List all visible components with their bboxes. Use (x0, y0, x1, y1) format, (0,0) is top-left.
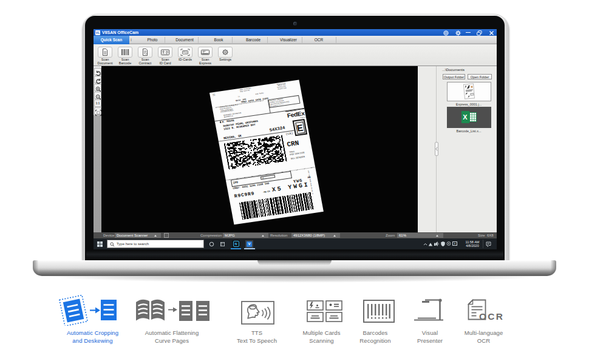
svg-text:OCR: OCR (479, 311, 504, 322)
